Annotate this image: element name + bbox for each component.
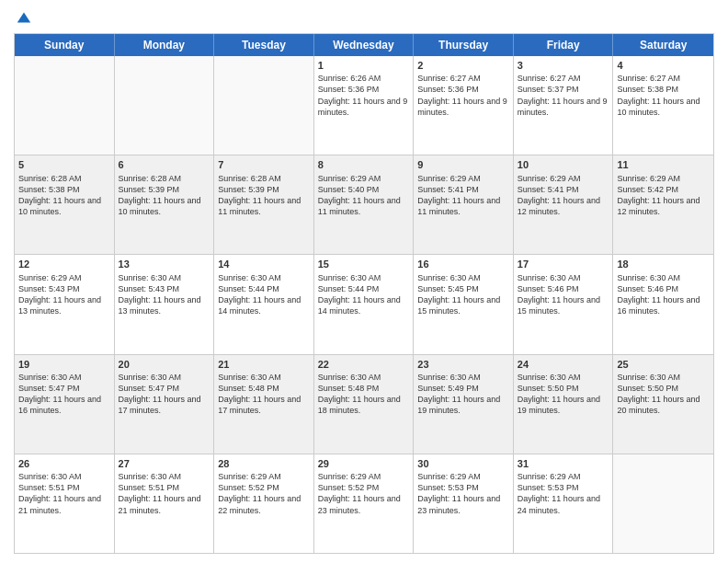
day-number: 5: [18, 158, 110, 171]
day-number: 15: [318, 258, 410, 270]
calendar-cell: 21Sunrise: 6:30 AM Sunset: 5:48 PM Dayli…: [214, 355, 314, 454]
day-info: Sunrise: 6:30 AM Sunset: 5:50 PM Dayligh…: [518, 372, 609, 417]
header-day-tuesday: Tuesday: [214, 34, 314, 56]
day-info: Sunrise: 6:27 AM Sunset: 5:36 PM Dayligh…: [417, 73, 509, 118]
svg-marker-0: [17, 13, 30, 23]
calendar-cell: 11Sunrise: 6:29 AM Sunset: 5:42 PM Dayli…: [613, 155, 713, 254]
day-info: Sunrise: 6:29 AM Sunset: 5:52 PM Dayligh…: [218, 471, 310, 516]
page: SundayMondayTuesdayWednesdayThursdayFrid…: [0, 0, 728, 563]
calendar-cell: 20Sunrise: 6:30 AM Sunset: 5:47 PM Dayli…: [115, 355, 215, 454]
day-info: Sunrise: 6:30 AM Sunset: 5:48 PM Dayligh…: [318, 372, 410, 417]
calendar-cell: 29Sunrise: 6:29 AM Sunset: 5:52 PM Dayli…: [314, 454, 415, 553]
calendar-cell: 26Sunrise: 6:30 AM Sunset: 5:51 PM Dayli…: [15, 454, 115, 553]
day-info: Sunrise: 6:27 AM Sunset: 5:38 PM Dayligh…: [617, 73, 710, 118]
day-number: 8: [318, 158, 410, 171]
day-number: 19: [18, 358, 110, 371]
calendar-cell: [214, 56, 314, 155]
day-info: Sunrise: 6:30 AM Sunset: 5:48 PM Dayligh…: [218, 372, 310, 417]
day-number: 23: [417, 358, 509, 371]
calendar-cell: 12Sunrise: 6:29 AM Sunset: 5:43 PM Dayli…: [15, 255, 115, 353]
header-day-sunday: Sunday: [15, 34, 115, 56]
day-info: Sunrise: 6:30 AM Sunset: 5:50 PM Dayligh…: [617, 372, 710, 417]
day-number: 22: [318, 358, 410, 371]
calendar-cell: 1Sunrise: 6:26 AM Sunset: 5:36 PM Daylig…: [314, 56, 415, 155]
calendar-row-4: 19Sunrise: 6:30 AM Sunset: 5:47 PM Dayli…: [15, 355, 713, 454]
calendar-body: 1Sunrise: 6:26 AM Sunset: 5:36 PM Daylig…: [15, 56, 713, 553]
calendar-header: SundayMondayTuesdayWednesdayThursdayFrid…: [15, 34, 713, 56]
day-number: 21: [218, 358, 310, 371]
calendar-cell: [115, 56, 215, 155]
day-info: Sunrise: 6:30 AM Sunset: 5:44 PM Dayligh…: [218, 272, 310, 317]
calendar-cell: 31Sunrise: 6:29 AM Sunset: 5:53 PM Dayli…: [514, 454, 614, 553]
day-number: 18: [617, 258, 710, 270]
day-info: Sunrise: 6:30 AM Sunset: 5:45 PM Dayligh…: [417, 272, 509, 317]
calendar-cell: 30Sunrise: 6:29 AM Sunset: 5:53 PM Dayli…: [414, 454, 514, 553]
calendar-cell: 8Sunrise: 6:29 AM Sunset: 5:40 PM Daylig…: [314, 155, 415, 254]
calendar-cell: 27Sunrise: 6:30 AM Sunset: 5:51 PM Dayli…: [115, 454, 215, 553]
day-info: Sunrise: 6:26 AM Sunset: 5:36 PM Dayligh…: [318, 73, 410, 118]
calendar-cell: 28Sunrise: 6:29 AM Sunset: 5:52 PM Dayli…: [214, 454, 314, 553]
calendar-cell: 10Sunrise: 6:29 AM Sunset: 5:41 PM Dayli…: [514, 155, 614, 254]
calendar: SundayMondayTuesdayWednesdayThursdayFrid…: [14, 33, 714, 554]
day-info: Sunrise: 6:29 AM Sunset: 5:42 PM Dayligh…: [617, 173, 710, 218]
calendar-cell: 14Sunrise: 6:30 AM Sunset: 5:44 PM Dayli…: [214, 255, 314, 353]
day-number: 27: [119, 457, 210, 470]
day-number: 14: [218, 258, 310, 270]
day-info: Sunrise: 6:28 AM Sunset: 5:39 PM Dayligh…: [218, 173, 310, 218]
calendar-cell: 3Sunrise: 6:27 AM Sunset: 5:37 PM Daylig…: [514, 56, 614, 155]
calendar-cell: 19Sunrise: 6:30 AM Sunset: 5:47 PM Dayli…: [15, 355, 115, 454]
calendar-row-2: 5Sunrise: 6:28 AM Sunset: 5:38 PM Daylig…: [15, 155, 713, 255]
calendar-cell: 22Sunrise: 6:30 AM Sunset: 5:48 PM Dayli…: [314, 355, 415, 454]
day-number: 6: [119, 158, 210, 171]
day-info: Sunrise: 6:30 AM Sunset: 5:44 PM Dayligh…: [318, 272, 410, 317]
logo-text: [14, 9, 32, 26]
calendar-cell: [613, 454, 713, 553]
calendar-cell: 6Sunrise: 6:28 AM Sunset: 5:39 PM Daylig…: [115, 155, 215, 254]
calendar-cell: 18Sunrise: 6:30 AM Sunset: 5:46 PM Dayli…: [613, 255, 713, 353]
header-day-monday: Monday: [115, 34, 215, 56]
calendar-cell: 16Sunrise: 6:30 AM Sunset: 5:45 PM Dayli…: [414, 255, 514, 353]
day-number: 25: [617, 358, 710, 371]
day-number: 10: [518, 158, 609, 171]
day-number: 3: [518, 59, 609, 72]
calendar-cell: 17Sunrise: 6:30 AM Sunset: 5:46 PM Dayli…: [514, 255, 614, 353]
calendar-cell: 25Sunrise: 6:30 AM Sunset: 5:50 PM Dayli…: [613, 355, 713, 454]
day-info: Sunrise: 6:29 AM Sunset: 5:53 PM Dayligh…: [518, 471, 609, 516]
day-info: Sunrise: 6:30 AM Sunset: 5:46 PM Dayligh…: [518, 272, 609, 317]
day-number: 4: [617, 59, 710, 72]
day-number: 16: [417, 258, 509, 270]
day-info: Sunrise: 6:29 AM Sunset: 5:41 PM Dayligh…: [417, 173, 509, 218]
day-number: 17: [518, 258, 609, 270]
day-number: 12: [18, 258, 110, 270]
day-info: Sunrise: 6:29 AM Sunset: 5:52 PM Dayligh…: [318, 471, 410, 516]
day-number: 13: [119, 258, 210, 270]
day-info: Sunrise: 6:30 AM Sunset: 5:43 PM Dayligh…: [119, 272, 210, 317]
calendar-cell: [15, 56, 115, 155]
logo: [14, 9, 32, 26]
day-info: Sunrise: 6:30 AM Sunset: 5:49 PM Dayligh…: [417, 372, 509, 417]
logo-icon: [16, 9, 32, 26]
day-info: Sunrise: 6:29 AM Sunset: 5:40 PM Dayligh…: [318, 173, 410, 218]
calendar-cell: 4Sunrise: 6:27 AM Sunset: 5:38 PM Daylig…: [613, 56, 713, 155]
calendar-row-1: 1Sunrise: 6:26 AM Sunset: 5:36 PM Daylig…: [15, 56, 713, 155]
calendar-row-3: 12Sunrise: 6:29 AM Sunset: 5:43 PM Dayli…: [15, 255, 713, 354]
header-day-thursday: Thursday: [414, 34, 514, 56]
calendar-row-5: 26Sunrise: 6:30 AM Sunset: 5:51 PM Dayli…: [15, 454, 713, 553]
day-info: Sunrise: 6:28 AM Sunset: 5:39 PM Dayligh…: [119, 173, 210, 218]
day-number: 29: [318, 457, 410, 470]
day-info: Sunrise: 6:30 AM Sunset: 5:47 PM Dayligh…: [18, 372, 110, 417]
day-number: 26: [18, 457, 110, 470]
day-number: 31: [518, 457, 609, 470]
calendar-cell: 2Sunrise: 6:27 AM Sunset: 5:36 PM Daylig…: [414, 56, 514, 155]
day-info: Sunrise: 6:30 AM Sunset: 5:46 PM Dayligh…: [617, 272, 710, 317]
calendar-cell: 7Sunrise: 6:28 AM Sunset: 5:39 PM Daylig…: [214, 155, 314, 254]
day-info: Sunrise: 6:29 AM Sunset: 5:41 PM Dayligh…: [518, 173, 609, 218]
calendar-cell: 13Sunrise: 6:30 AM Sunset: 5:43 PM Dayli…: [115, 255, 215, 353]
day-number: 11: [617, 158, 710, 171]
day-number: 1: [318, 59, 410, 72]
day-number: 20: [119, 358, 210, 371]
day-info: Sunrise: 6:29 AM Sunset: 5:43 PM Dayligh…: [18, 272, 110, 317]
day-number: 2: [417, 59, 509, 72]
header-day-wednesday: Wednesday: [314, 34, 415, 56]
day-info: Sunrise: 6:29 AM Sunset: 5:53 PM Dayligh…: [417, 471, 509, 516]
